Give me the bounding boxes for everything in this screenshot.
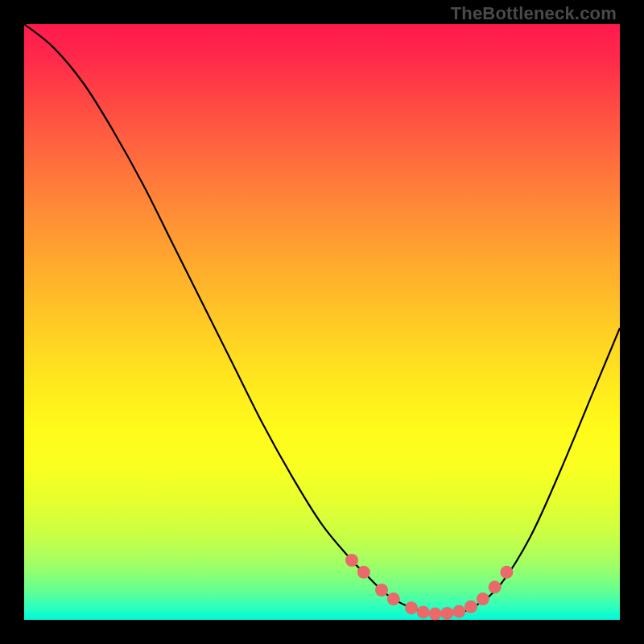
valley-marker-dot	[417, 605, 430, 618]
valley-marker-dot	[477, 592, 489, 605]
valley-marker-dot	[387, 592, 400, 605]
chart-svg	[24, 24, 620, 620]
bottleneck-curve	[24, 24, 620, 614]
valley-marker-dot	[440, 607, 453, 620]
valley-marker-dot	[429, 608, 442, 621]
valley-marker-dot	[464, 601, 477, 613]
watermark-text: TheBottleneck.com	[451, 3, 617, 24]
valley-marker-dot	[500, 566, 513, 579]
valley-markers	[345, 554, 513, 621]
valley-marker-dot	[489, 580, 502, 593]
valley-marker-dot	[345, 554, 358, 567]
chart-frame: TheBottleneck.com	[0, 0, 644, 644]
chart-plot-area	[24, 24, 620, 620]
valley-marker-dot	[405, 601, 418, 614]
valley-marker-dot	[357, 566, 370, 579]
valley-marker-dot	[452, 605, 465, 618]
valley-marker-dot	[375, 584, 388, 597]
